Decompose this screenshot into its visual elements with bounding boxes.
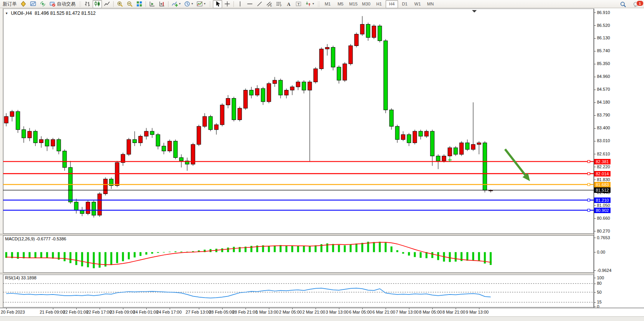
chart-seal-icon[interactable] (19, 0, 28, 8)
price-axis-label: 84.180 (597, 100, 610, 105)
trend-arrow-annotation[interactable] (505, 149, 530, 181)
time-axis-label: 2 Mar 05:00 (279, 310, 302, 314)
axis-tick (594, 231, 596, 231)
time-axis-label: 27 Feb 13:00 (186, 310, 211, 314)
new-chart-icon[interactable] (28, 0, 38, 8)
rsi-axis-label: 50 (597, 290, 602, 295)
time-axis-tick (456, 308, 456, 309)
templates-button[interactable]: ▾ (195, 0, 207, 8)
toolbar-grip[interactable] (318, 1, 319, 7)
time-axis-label: 3 Mar 13:00 (326, 310, 349, 314)
price-axis-label: 86.130 (597, 35, 610, 41)
time-axis-label: 8 Mar 21:00 (442, 310, 465, 314)
toolbar-right-group: 1 (618, 0, 641, 8)
time-axis-tick (246, 308, 246, 309)
axis-tick (594, 115, 596, 116)
rsi-line (6, 288, 491, 298)
arrows-button[interactable]: ▾ (304, 0, 316, 8)
new-order-button[interactable]: 新订单 (1, 0, 18, 8)
chevron-down-icon: ▾ (204, 2, 205, 5)
time-axis-tick (316, 308, 316, 309)
equidistant-channel-button[interactable]: E (265, 0, 274, 8)
time-axis-tick (362, 308, 363, 309)
timeframe-button-d1[interactable]: D1 (398, 0, 411, 8)
time-axis-tick (409, 308, 409, 309)
chart-shift-button[interactable] (157, 0, 167, 8)
level-line-handle[interactable] (588, 173, 590, 175)
svg-text:E: E (270, 4, 272, 7)
timeframe-button-m5[interactable]: M5 (334, 0, 347, 8)
auto-trading-button[interactable]: 自动交易 (48, 0, 77, 8)
rsi-axis-label: 100 (597, 275, 604, 280)
macd-indicator-panel[interactable] (3, 235, 594, 273)
indicators-button[interactable]: ▾ (170, 0, 182, 8)
level-line-handle[interactable] (588, 209, 590, 212)
time-axis-label: 7 Mar 13:00 (396, 310, 419, 314)
zoom-in-button[interactable] (115, 0, 125, 8)
line-chart-button[interactable] (102, 0, 112, 8)
vertical-line-button[interactable] (235, 0, 245, 8)
panel-splitter-rsi[interactable] (0, 273, 644, 274)
bar-chart-button[interactable] (83, 0, 92, 8)
price-axis-label: 85.350 (597, 61, 610, 66)
timeframe-button-h1[interactable]: H1 (373, 0, 385, 8)
toolbar-separator (113, 1, 114, 7)
one-click-trading-toggle[interactable]: ▼ (5, 12, 8, 15)
chart-shift-marker[interactable] (472, 10, 477, 12)
notifications-button[interactable]: 1 (632, 0, 641, 8)
axis-tick (594, 302, 596, 303)
timeframe-button-m15[interactable]: M15 (347, 0, 360, 8)
toolbar-grip[interactable] (79, 1, 81, 7)
timeframe-button-mn[interactable]: MN (424, 0, 437, 8)
axis-tick (594, 141, 596, 141)
new-order-button-label: 新订单 (3, 1, 17, 7)
crosshair-button[interactable] (223, 0, 232, 8)
level-line-handle[interactable] (588, 183, 590, 186)
rsi-indicator-panel[interactable] (3, 275, 594, 307)
axis-tick (594, 284, 596, 284)
axis-tick (594, 252, 596, 252)
tile-windows-button[interactable] (135, 0, 144, 8)
time-axis-tick (339, 308, 339, 309)
timeframe-button-h4[interactable]: H4 (386, 0, 398, 8)
chart-ohlc-values: 81.496 81.525 81.472 81.512 (35, 11, 96, 16)
price-level-badge: 82.381 (594, 159, 611, 164)
time-axis-label: 21 Feb 09:00 (40, 310, 65, 314)
candlestick-chart-button[interactable] (93, 0, 102, 8)
zoom-out-button[interactable] (125, 0, 134, 8)
time-axis-tick (53, 308, 53, 309)
level-line-handle[interactable] (588, 199, 590, 201)
axis-tick (594, 292, 596, 293)
timeframe-button-m1[interactable]: M1 (321, 0, 334, 8)
cursor-button[interactable] (213, 0, 222, 8)
fibonacci-button[interactable]: F (274, 0, 284, 8)
price-axis-label: 86.520 (597, 23, 610, 28)
search-button[interactable] (618, 0, 628, 8)
axis-tick (594, 25, 596, 26)
time-axis[interactable]: 20 Feb 202321 Feb 09:0022 Feb 01:0022 Fe… (0, 308, 644, 316)
time-axis-label: 28 Feb 21:00 (232, 310, 258, 314)
time-axis-label: 20 Feb 2023 (1, 310, 25, 314)
time-axis-label: 9 Mar 13:00 (466, 310, 489, 314)
chevron-down-icon: ▾ (179, 2, 181, 5)
price-axis-label: 85.740 (597, 48, 610, 53)
auto-scroll-button[interactable] (147, 0, 157, 8)
horizontal-line-button[interactable] (245, 0, 254, 8)
timeframe-button-m30[interactable]: M30 (360, 0, 372, 8)
macd-axis-label: 0.7653 (597, 235, 610, 240)
text-button[interactable]: A (284, 0, 293, 8)
trendline-button[interactable] (255, 0, 264, 8)
main-chart-area[interactable] (3, 9, 594, 234)
axis-tick (594, 102, 596, 103)
time-axis-tick (123, 308, 123, 309)
text-label-button[interactable]: T (294, 0, 303, 8)
price-axis[interactable]: 86.91086.52086.13085.74085.35084.96084.5… (594, 9, 644, 308)
toolbar-grip[interactable] (209, 1, 211, 7)
rsi-label: RSI(14) 33.1898 (5, 275, 37, 280)
market-signal-icon[interactable] (38, 0, 47, 8)
periods-button[interactable]: ▾ (182, 0, 195, 8)
price-level-badge: 81.683 (594, 182, 611, 187)
level-line-handle[interactable] (588, 160, 590, 163)
toolbar-separator (168, 1, 168, 7)
timeframe-button-w1[interactable]: W1 (411, 0, 424, 8)
